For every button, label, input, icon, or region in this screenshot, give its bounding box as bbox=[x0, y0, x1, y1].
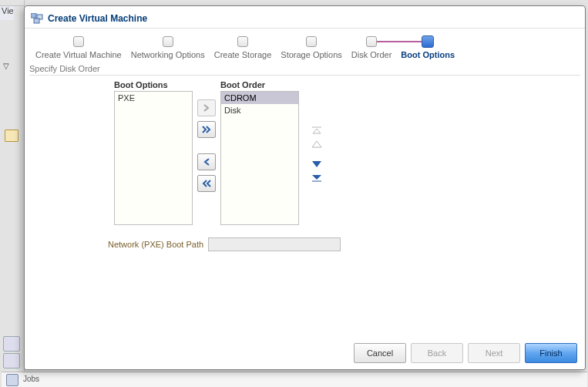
boot-order-label: Boot Order bbox=[220, 80, 299, 89]
perspective-icon-2 bbox=[3, 353, 20, 368]
chevron-left-icon bbox=[203, 158, 210, 166]
wizard-step-label[interactable]: Create Virtual Machine bbox=[35, 50, 122, 59]
move-bottom-button[interactable] bbox=[310, 173, 324, 183]
move-up-button[interactable] bbox=[310, 139, 324, 150]
boot-options-listbox[interactable]: PXE bbox=[114, 91, 193, 225]
jobs-gear-icon bbox=[6, 374, 18, 386]
triangle-down-icon bbox=[311, 160, 322, 168]
svg-marker-6 bbox=[312, 161, 321, 167]
wizard-step-connector bbox=[377, 41, 422, 42]
svg-marker-4 bbox=[313, 129, 321, 133]
wizard-window-icon bbox=[31, 13, 43, 24]
wizard-step-label[interactable]: Create Storage bbox=[214, 50, 272, 59]
finish-button-label: Finish bbox=[539, 348, 562, 358]
svg-rect-0 bbox=[31, 13, 36, 18]
move-top-icon bbox=[311, 126, 322, 134]
wizard-title: Create Virtual Machine bbox=[48, 13, 147, 24]
folder-icon bbox=[5, 130, 18, 142]
cancel-button-label: Cancel bbox=[367, 348, 393, 358]
svg-marker-5 bbox=[312, 141, 321, 147]
list-item[interactable]: Disk bbox=[221, 104, 298, 116]
chevron-right-icon bbox=[203, 104, 210, 112]
move-all-left-button[interactable] bbox=[197, 175, 216, 192]
perspective-icon-1 bbox=[3, 336, 20, 352]
jobs-bar: Jobs bbox=[2, 372, 587, 387]
wizard-step-label[interactable]: Disk Order bbox=[351, 50, 392, 59]
boot-options-label: Boot Options bbox=[114, 80, 193, 89]
pxe-boot-path-label: Network (PXE) Boot Path bbox=[108, 240, 203, 249]
list-item[interactable]: PXE bbox=[115, 92, 192, 104]
cancel-button[interactable]: Cancel bbox=[354, 343, 406, 363]
back-button[interactable]: Back bbox=[411, 343, 463, 363]
double-chevron-left-icon bbox=[202, 180, 211, 187]
double-chevron-right-icon bbox=[202, 126, 211, 133]
wizard-steps: Create Virtual MachineNetworking Options… bbox=[31, 38, 579, 59]
wizard-step-label[interactable]: Storage Options bbox=[281, 50, 342, 59]
view-tab-fragment: Vie bbox=[2, 6, 14, 15]
create-vm-wizard-dialog: Create Virtual Machine Create Virtual Ma… bbox=[24, 5, 586, 370]
boot-order-listbox[interactable]: CDROMDisk bbox=[220, 91, 299, 225]
move-right-button[interactable] bbox=[197, 99, 216, 116]
svg-rect-2 bbox=[34, 19, 39, 23]
list-item[interactable]: CDROM bbox=[221, 92, 298, 104]
wizard-step-indicator[interactable] bbox=[306, 36, 317, 47]
wizard-step-indicator[interactable] bbox=[237, 36, 248, 47]
wizard-step-indicator[interactable] bbox=[163, 36, 173, 47]
wizard-step-label[interactable]: Boot Options bbox=[401, 50, 455, 59]
wizard-titlebar: Create Virtual Machine bbox=[25, 6, 585, 29]
move-all-right-button[interactable] bbox=[197, 121, 216, 138]
tree-toggle-icon: ▽ bbox=[3, 62, 9, 70]
move-left-button[interactable] bbox=[197, 153, 216, 170]
back-button-label: Back bbox=[428, 348, 446, 358]
wizard-step-indicator[interactable] bbox=[366, 36, 377, 47]
finish-button[interactable]: Finish bbox=[525, 343, 577, 363]
svg-marker-7 bbox=[312, 175, 321, 180]
next-button[interactable]: Next bbox=[468, 343, 520, 363]
jobs-label: Jobs bbox=[23, 375, 39, 383]
move-top-button[interactable] bbox=[310, 125, 324, 136]
background-app-strip: Vie ▽ bbox=[0, 0, 25, 387]
wizard-step-indicator[interactable] bbox=[73, 36, 84, 47]
move-down-button[interactable] bbox=[310, 159, 324, 170]
move-bottom-icon bbox=[311, 174, 322, 182]
wizard-step-label[interactable]: Networking Options bbox=[131, 50, 205, 59]
triangle-up-icon bbox=[311, 140, 322, 148]
pxe-boot-path-input[interactable] bbox=[208, 237, 341, 251]
wizard-step-indicator[interactable] bbox=[422, 35, 434, 48]
section-heading: Specify Disk Order bbox=[29, 64, 585, 73]
next-button-label: Next bbox=[486, 348, 503, 358]
